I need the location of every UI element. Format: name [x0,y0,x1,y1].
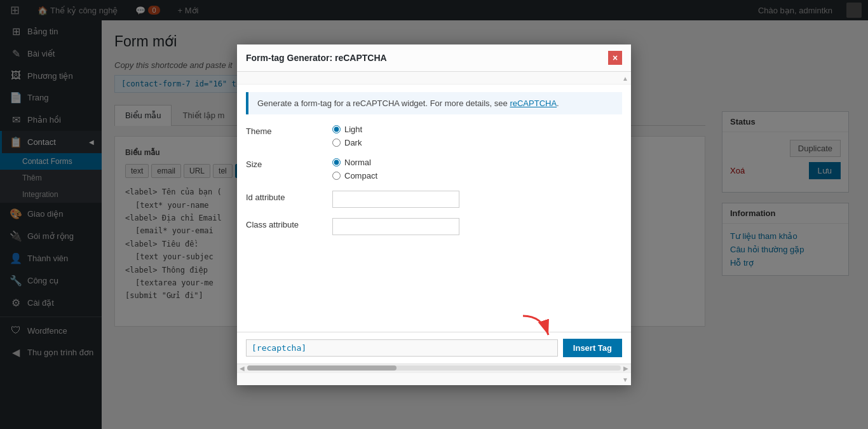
recaptcha-modal: Form-tag Generator: reCAPTCHA × ▲ Genera… [237,44,631,385]
class-attribute-controls [332,218,622,235]
theme-controls: Light Dark [332,125,622,147]
id-attribute-input[interactable] [332,191,459,208]
class-attribute-label: Class attribute [246,218,322,229]
modal-info-text: Generate a form-tag for a reCAPTCHA widg… [257,99,508,108]
tag-output-input[interactable]: [recaptcha] [246,339,558,357]
size-normal-label: Normal [344,158,371,167]
modal-overlay[interactable]: Form-tag Generator: reCAPTCHA × ▲ Genera… [0,0,868,429]
size-label: Size [246,158,322,169]
size-controls: Normal Compact [332,158,622,180]
modal-info-suffix: . [557,99,559,108]
recaptcha-link[interactable]: reCAPTCHA [510,99,557,108]
theme-row: Theme Light Dark [246,125,622,147]
theme-light-label: Light [344,125,362,134]
theme-label: Theme [246,125,322,136]
class-attribute-input[interactable] [332,218,459,235]
scroll-up-indicator: ▲ [622,75,628,82]
scroll-right-arrow[interactable]: ▶ [623,365,628,372]
id-attribute-row: Id attribute [246,191,622,208]
class-attribute-row: Class attribute [246,218,622,235]
modal-body: Theme Light Dark Size [237,114,631,332]
theme-dark-option[interactable]: Dark [332,138,622,147]
theme-light-option[interactable]: Light [332,125,622,134]
modal-titlebar: Form-tag Generator: reCAPTCHA × [237,44,631,72]
modal-scrollbar[interactable]: ◀ ▶ [237,364,631,372]
modal-info-bar: Generate a form-tag for a reCAPTCHA widg… [246,92,622,114]
size-compact-radio[interactable] [332,172,341,180]
theme-dark-radio[interactable] [332,139,341,147]
size-normal-option[interactable]: Normal [332,158,622,167]
id-attribute-controls [332,191,622,208]
size-compact-option[interactable]: Compact [332,171,622,180]
scroll-thumb[interactable] [247,365,397,371]
scroll-left-arrow[interactable]: ◀ [240,365,245,372]
size-compact-label: Compact [344,171,377,180]
scroll-down-indicator: ▼ [622,376,628,383]
theme-dark-label: Dark [344,138,362,147]
insert-tag-button[interactable]: Insert Tag [563,339,622,357]
modal-title: Form-tag Generator: reCAPTCHA [246,53,387,63]
modal-spacer [246,245,622,322]
modal-footer: [recaptcha] Insert Tag [237,332,631,364]
modal-close-button[interactable]: × [608,51,622,65]
size-row: Size Normal Compact [246,158,622,180]
scroll-track[interactable] [247,365,621,371]
size-normal-radio[interactable] [332,158,341,167]
id-attribute-label: Id attribute [246,191,322,202]
theme-light-radio[interactable] [332,125,341,133]
